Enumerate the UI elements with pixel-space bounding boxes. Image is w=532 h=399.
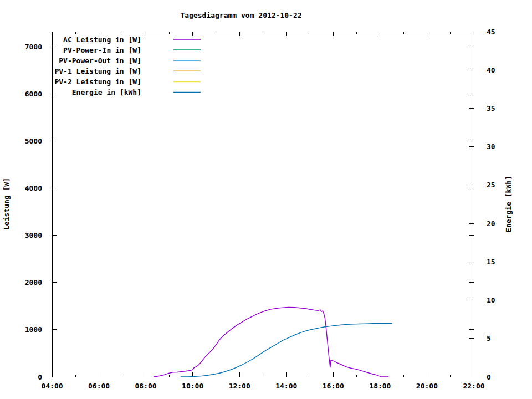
y-right-tick-label: 25 [487, 181, 495, 189]
legend-label: PV-1 Leistung in [W] [54, 67, 141, 75]
x-tick-label: 20:00 [416, 382, 438, 390]
x-tick-label: 08:00 [135, 382, 157, 390]
y-axis-right: 051015202530354045 [469, 28, 495, 381]
legend-label: Energie in [kWh] [72, 88, 141, 96]
y-right-tick-label: 0 [487, 373, 491, 381]
x-tick-label: 18:00 [369, 382, 391, 390]
plot-area: 04:0006:0008:0010:0012:0014:0016:0018:00… [25, 28, 495, 391]
x-tick-label: 04:00 [41, 382, 63, 390]
y-left-tick-label: 5000 [25, 137, 42, 145]
y-left-tick-label: 6000 [25, 90, 42, 98]
y-right-tick-label: 15 [487, 258, 495, 266]
x-tick-label: 12:00 [229, 382, 250, 390]
y-left-tick-label: 2000 [25, 278, 42, 287]
y-left-tick-label: 4000 [25, 184, 42, 192]
y-right-tick-label: 30 [487, 142, 495, 151]
legend-label: PV-2 Leistung in [W] [54, 78, 141, 86]
x-tick-label: 16:00 [323, 382, 344, 390]
x-tick-label: 14:00 [275, 382, 297, 390]
legend-label: AC Leistung in [W] [63, 35, 141, 44]
y-left-tick-label: 0 [38, 373, 42, 381]
tagesdiagramm-page: Tagesdiagramm vom 2012-10-22 Leistung [W… [0, 0, 532, 399]
legend: AC Leistung in [W]PV-Power-In in [W]PV-P… [54, 35, 201, 97]
y-right-tick-label: 35 [487, 104, 495, 112]
y-left-tick-label: 1000 [25, 325, 42, 334]
y-right-tick-label: 40 [487, 66, 495, 74]
y-right-tick-label: 20 [487, 219, 495, 228]
x-tick-label: 10:00 [182, 382, 203, 390]
y-left-tick-label: 3000 [25, 231, 42, 239]
series-line [181, 323, 392, 377]
legend-label: PV-Power-In in [W] [63, 46, 141, 54]
y-left-tick-label: 7000 [25, 43, 42, 51]
y-right-tick-label: 10 [487, 296, 495, 304]
x-tick-label: 06:00 [88, 382, 110, 390]
series-lines [154, 308, 392, 377]
chart-title: Tagesdiagramm vom 2012-10-22 [180, 11, 301, 19]
x-tick-label: 22:00 [463, 382, 484, 390]
y-right-tick-label: 45 [487, 28, 495, 36]
y-axis-left-label: Leistung [W] [2, 178, 11, 230]
series-line [154, 308, 388, 377]
pv-daily-chart: Tagesdiagramm vom 2012-10-22 Leistung [W… [0, 0, 532, 399]
legend-label: PV-Power-Out in [W] [59, 57, 141, 65]
y-right-tick-label: 5 [487, 334, 491, 342]
y-axis-right-label: Energie [kWh] [504, 176, 513, 232]
